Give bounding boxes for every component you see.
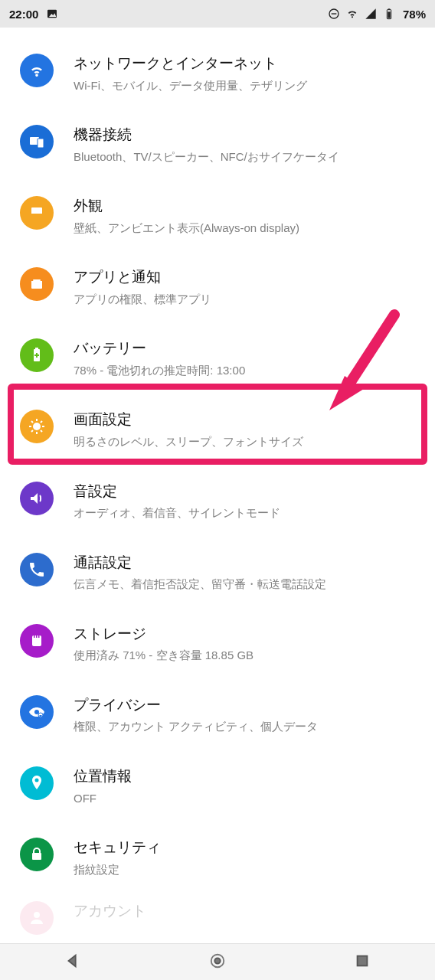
setting-title: プライバシー: [74, 695, 418, 716]
setting-subtitle: 壁紙、アンビエント表示(Always-on display): [74, 220, 418, 237]
svg-point-41: [214, 958, 220, 963]
setting-title: バッテリー: [74, 338, 418, 359]
setting-subtitle: 78% - 電池切れの推定時間: 13:00: [74, 362, 418, 380]
svg-line-26: [41, 421, 42, 423]
image-icon: [46, 8, 58, 20]
svg-rect-30: [38, 635, 40, 638]
wifi-icon: [346, 8, 358, 20]
svg-line-23: [31, 421, 33, 423]
status-bar: 22:00 78%: [0, 0, 435, 28]
svg-rect-17: [34, 354, 39, 356]
setting-title: セキュリティ: [74, 838, 418, 858]
home-icon: [209, 952, 226, 969]
wifi-icon: [20, 54, 54, 87]
setting-subtitle: 明るさのレベル、スリープ、フォントサイズ: [74, 433, 418, 451]
status-battery-pct: 78%: [403, 8, 426, 21]
setting-title: アカウント: [74, 901, 418, 922]
setting-apps[interactable]: アプリと通知 アプリの権限、標準アプリ: [0, 252, 435, 323]
apps-icon: [20, 267, 54, 301]
setting-account[interactable]: アカウント: [0, 893, 435, 935]
svg-rect-35: [32, 853, 41, 860]
svg-point-18: [33, 423, 41, 430]
back-icon: [64, 952, 81, 969]
location-icon: [20, 766, 54, 800]
setting-title: 機器接続: [74, 125, 418, 145]
phone-icon: [20, 553, 54, 586]
settings-list: ネットワークとインターネット Wi-Fi、モバイル、データ使用量、テザリング 機…: [0, 28, 435, 935]
setting-network[interactable]: ネットワークとインターネット Wi-Fi、モバイル、データ使用量、テザリング: [0, 38, 435, 109]
setting-title: 位置情報: [74, 766, 418, 787]
svg-rect-12: [31, 281, 42, 283]
svg-rect-42: [358, 956, 368, 965]
svg-rect-29: [36, 635, 38, 638]
svg-rect-8: [38, 139, 44, 148]
svg-marker-39: [68, 955, 75, 966]
privacy-icon: [20, 695, 54, 729]
svg-rect-10: [31, 214, 42, 218]
setting-title: 外観: [74, 196, 418, 217]
battery-icon: [20, 338, 54, 372]
setting-battery[interactable]: バッテリー 78% - 電池切れの推定時間: 13:00: [0, 323, 435, 394]
setting-devices[interactable]: 機器接続 Bluetooth、TV/スピーカー、NFC/おサイフケータイ: [0, 109, 435, 181]
setting-subtitle: Bluetooth、TV/スピーカー、NFC/おサイフケータイ: [74, 149, 418, 166]
setting-subtitle: アプリの権限、標準アプリ: [74, 291, 418, 309]
svg-point-34: [35, 778, 39, 782]
storage-icon: [20, 624, 54, 658]
setting-appearance[interactable]: 外観 壁紙、アンビエント表示(Always-on display): [0, 181, 435, 252]
setting-title: 画面設定: [74, 410, 418, 430]
svg-rect-6: [388, 11, 390, 18]
setting-title: 通話設定: [74, 553, 418, 573]
nav-recent-button[interactable]: [331, 945, 394, 980]
setting-subtitle: 伝言メモ、着信拒否設定、留守番・転送電話設定: [74, 576, 418, 593]
setting-display[interactable]: 画面設定 明るさのレベル、スリープ、フォントサイズ: [0, 394, 435, 466]
devices-icon: [20, 125, 54, 158]
setting-storage[interactable]: ストレージ 使用済み 71% - 空き容量 18.85 GB: [0, 609, 435, 680]
brightness-icon: [20, 410, 54, 443]
setting-title: ストレージ: [74, 624, 418, 645]
setting-subtitle: オーディオ、着信音、サイレントモード: [74, 505, 418, 522]
sound-icon: [20, 482, 54, 515]
setting-title: 音設定: [74, 482, 418, 502]
svg-line-24: [41, 430, 42, 432]
battery-icon: [383, 8, 395, 20]
setting-title: アプリと通知: [74, 267, 418, 288]
svg-rect-28: [34, 635, 35, 638]
setting-subtitle: 使用済み 71% - 空き容量 18.85 GB: [74, 647, 418, 665]
svg-line-25: [31, 430, 33, 432]
svg-rect-33: [40, 715, 42, 717]
setting-subtitle: 権限、アカウント アクティビティ、個人データ: [74, 718, 418, 736]
lock-icon: [20, 838, 54, 871]
account-icon: [20, 901, 54, 935]
setting-call[interactable]: 通話設定 伝言メモ、着信拒否設定、留守番・転送電話設定: [0, 537, 435, 609]
svg-rect-5: [388, 8, 391, 9]
svg-point-36: [34, 912, 40, 918]
setting-security[interactable]: セキュリティ 指紋設定: [0, 822, 435, 893]
setting-subtitle: 指紋設定: [74, 861, 418, 879]
navigation-bar: [0, 943, 435, 980]
status-time: 22:00: [9, 8, 38, 21]
setting-location[interactable]: 位置情報 OFF: [0, 751, 435, 822]
nav-back-button[interactable]: [41, 945, 104, 980]
recent-icon: [354, 952, 371, 969]
svg-rect-15: [35, 348, 38, 349]
setting-privacy[interactable]: プライバシー 権限、アカウント アクティビティ、個人データ: [0, 680, 435, 751]
signal-icon: [365, 8, 377, 20]
svg-rect-13: [33, 279, 41, 281]
wallpaper-icon: [20, 196, 54, 230]
setting-subtitle: Wi-Fi、モバイル、データ使用量、テザリング: [74, 77, 418, 95]
setting-sound[interactable]: 音設定 オーディオ、着信音、サイレントモード: [0, 466, 435, 537]
dnd-icon: [328, 8, 340, 20]
nav-home-button[interactable]: [186, 945, 249, 980]
setting-title: ネットワークとインターネット: [74, 54, 418, 74]
setting-subtitle: OFF: [74, 790, 418, 808]
